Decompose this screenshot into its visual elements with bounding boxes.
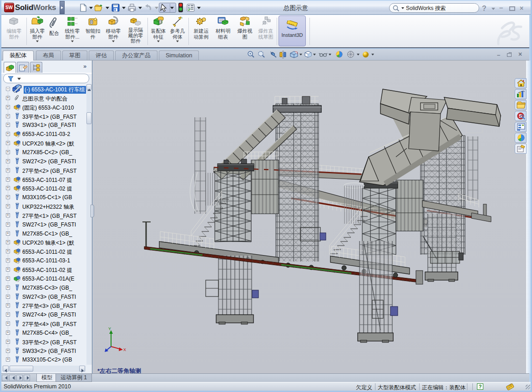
svg-text:X: X: [123, 347, 126, 352]
svg-text:*: *: [181, 16, 182, 20]
svg-text:Y: Y: [108, 327, 111, 331]
